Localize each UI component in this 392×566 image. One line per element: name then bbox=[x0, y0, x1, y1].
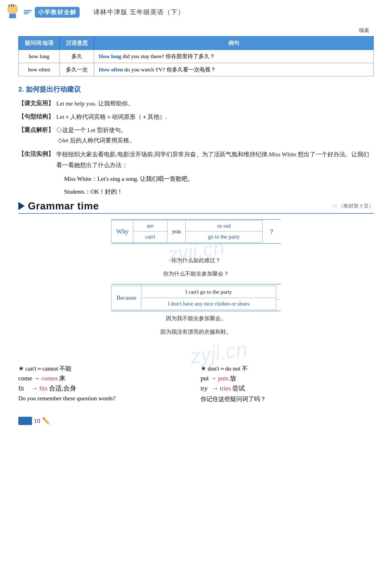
because-diagram: Because I can't go to the party . I bbox=[111, 285, 281, 311]
come-base: come bbox=[18, 375, 32, 382]
question-left: Do you remember these question words? bbox=[18, 395, 191, 402]
page-content: 续表 疑问词/短语 汉语意思 例句 how long 多久 How long d… bbox=[0, 22, 392, 412]
zhongdian-line2: ◇let 后的人称代词要用宾格。 bbox=[58, 137, 135, 144]
zhongdian-line1: ◇这是一个 Let 型祈使句。 bbox=[56, 127, 127, 133]
put-result: puts bbox=[218, 375, 229, 382]
students-line: Students：OK！好的！ bbox=[64, 188, 374, 196]
you-cell: you bbox=[168, 220, 186, 242]
grammar-page-ref-text: （教材第 9 页） bbox=[338, 203, 374, 209]
come-result: comes bbox=[42, 375, 58, 382]
cant-cell: can't bbox=[133, 232, 168, 242]
keyword-how-often: How often bbox=[99, 67, 123, 73]
juxing-content: Let＋人称代词宾格＋动词原形（＋其他）. bbox=[56, 112, 374, 122]
shenghuo-tag: 【生活实例】 bbox=[18, 149, 54, 159]
juxing-tag: 【句型结构】 bbox=[18, 112, 54, 121]
phrase-how-often: how often bbox=[18, 63, 60, 76]
try-result: tries bbox=[220, 385, 231, 392]
question-right: 你记住这些疑问词了吗？ bbox=[201, 395, 374, 403]
fit-result: fits bbox=[39, 385, 48, 392]
footer-bar bbox=[18, 417, 32, 425]
question-mark: ? bbox=[262, 220, 281, 242]
grammar-header: Grammar time //// （教材第 9 页） bbox=[18, 200, 374, 214]
so-sad-cell: so sad bbox=[186, 220, 262, 232]
why-chinese1: 你为什么如此难过？ bbox=[171, 255, 221, 265]
bottom-vocab: ★ can't＝cannot 不能 come → comes 来 fit → f… bbox=[18, 364, 374, 403]
because-cell: Because bbox=[112, 286, 141, 310]
sentence2-cell: I don't have any nice clothes or shoes bbox=[141, 298, 276, 310]
why-table: Why are you so sad bbox=[111, 220, 281, 242]
logo-badge: 小学教材全解 bbox=[35, 7, 80, 18]
example-how-long: How long did you stay there? 你在那里待了多久？ bbox=[94, 50, 374, 63]
fit-item: fit → fits 合适,合身 bbox=[18, 384, 191, 393]
because-table: Because I can't go to the party . I bbox=[111, 286, 281, 310]
try-meaning: 尝试 bbox=[232, 384, 245, 393]
logo-text: 小学教材全解 bbox=[38, 8, 76, 16]
why-diagram: Why are you so sad bbox=[111, 219, 281, 244]
logo-decoration bbox=[24, 10, 32, 14]
left-vocab: ★ can't＝cannot 不能 come → comes 来 fit → f… bbox=[18, 364, 191, 403]
pencil-icon: ✏️ bbox=[42, 417, 50, 424]
section2-heading: 2. 如何提出行动建议 bbox=[18, 85, 374, 94]
put-item: put → puts 放 bbox=[201, 374, 374, 383]
because-bottom-line bbox=[111, 311, 281, 311]
bottom-divider bbox=[111, 243, 281, 244]
zhongdian-row: 【重点解析】 ◇这是一个 Let 型祈使句。 ◇let 后的人称代词要用宾格。 bbox=[18, 125, 374, 145]
try-arrow: → bbox=[212, 385, 218, 392]
period-cell: . bbox=[276, 286, 281, 310]
shenghuo-content: 学校组织大家去看电影,电影没开场前,同学们异常兴奋。为了活跃气氛和维持纪律,Mi… bbox=[56, 149, 374, 171]
fit-base: fit bbox=[18, 385, 24, 392]
why-cell: Why bbox=[112, 220, 133, 242]
juxing-row: 【句型结构】 Let＋人称代词宾格＋动词原形（＋其他）. bbox=[18, 112, 374, 122]
col-header-meaning: 汉语意思 bbox=[60, 36, 94, 50]
header-subtitle: 译林牛津版 五年级英语（下） bbox=[93, 8, 184, 16]
come-item: come → comes 来 bbox=[18, 374, 191, 383]
page-footer: 10 ✏️ bbox=[0, 417, 392, 425]
zhongdian-tag: 【重点解析】 bbox=[18, 125, 54, 135]
meaning-how-long: 多久 bbox=[60, 50, 94, 63]
cant-equal: can't＝cannot bbox=[25, 364, 58, 373]
kewen-tag: 【课文应用】 bbox=[18, 99, 54, 108]
go-party-cell: go to the party bbox=[186, 232, 262, 242]
put-base: put bbox=[201, 375, 209, 382]
xubiao-label: 续表 bbox=[18, 27, 374, 34]
cant-meaning: 不能 bbox=[59, 364, 71, 373]
dont-equal: don't＝do not bbox=[208, 364, 240, 373]
come-arrow: → bbox=[34, 375, 40, 382]
grammar-title: Grammar time bbox=[28, 200, 99, 212]
col-header-phrase: 疑问词/短语 bbox=[18, 36, 60, 50]
kewen-row: 【课文应用】 Let me help you. 让我帮助你。 bbox=[18, 99, 374, 109]
zhongdian-content: ◇这是一个 Let 型祈使句。 ◇let 后的人称代词要用宾格。 bbox=[56, 125, 374, 145]
fit-meaning: 合适,合身 bbox=[49, 384, 76, 393]
meaning-how-often: 多久一次 bbox=[60, 63, 94, 76]
table-row: how often 多久一次 How often do you watch TV… bbox=[18, 63, 374, 76]
col-header-example: 例句 bbox=[94, 36, 374, 50]
top-divider bbox=[111, 219, 281, 220]
page-number: 10 bbox=[34, 417, 40, 424]
shenghuo-row: 【生活实例】 学校组织大家去看电影,电影没开场前,同学们异常兴奋。为了活跃气氛和… bbox=[18, 149, 374, 171]
grammar-diagrams: Why are you so sad bbox=[18, 219, 374, 339]
example-how-often-rest: do you watch TV? 你多久看一次电视？ bbox=[123, 67, 216, 73]
kewen-content: Let me help you. 让我帮助你。 bbox=[56, 99, 374, 109]
why-chinese2: 你为什么不能去参加聚会？ bbox=[163, 269, 229, 279]
star1-item: ★ can't＝cannot 不能 bbox=[18, 364, 191, 373]
come-meaning: 来 bbox=[59, 374, 65, 383]
grammar-triangle-icon bbox=[18, 202, 25, 210]
fit-arrow: → bbox=[31, 385, 38, 392]
are-cell: are bbox=[133, 220, 168, 232]
put-arrow: → bbox=[210, 375, 217, 382]
try-item: try → tries 尝试 bbox=[201, 384, 374, 393]
star2-item: ★ don't＝do not 不 bbox=[201, 364, 374, 373]
miss-white-line: Miss White：Let's sing a song. 让我们唱一首歌吧。 bbox=[64, 174, 374, 185]
page-header: 小学教材全解 译林牛津版 五年级英语（下） bbox=[0, 0, 392, 22]
vocab-table: 疑问词/短语 汉语意思 例句 how long 多久 How long did … bbox=[18, 36, 374, 76]
grammar-page-ref: //// （教材第 9 页） bbox=[332, 203, 374, 209]
example-how-often: How often do you watch TV? 你多久看一次电视？ bbox=[94, 63, 374, 76]
keyword-how-long: How long bbox=[99, 53, 121, 59]
dont-meaning: 不 bbox=[242, 364, 248, 373]
mid-divider bbox=[111, 284, 281, 285]
phrase-how-long: how long bbox=[18, 50, 60, 63]
put-meaning: 放 bbox=[230, 374, 236, 383]
sentence1-cell: I can't go to the party bbox=[141, 286, 276, 298]
because-chinese4: 因为我没有漂亮的衣服和鞋。 bbox=[160, 327, 232, 337]
example-how-long-rest: did you stay there? 你在那里待了多久？ bbox=[121, 53, 215, 59]
